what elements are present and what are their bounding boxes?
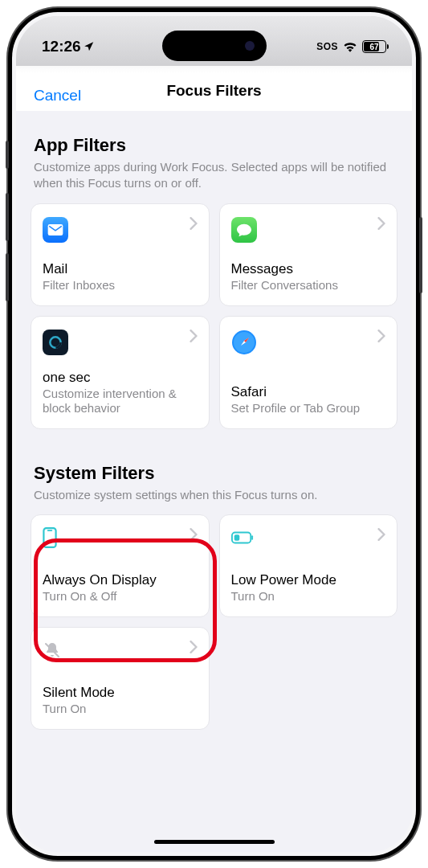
svg-rect-8: [234, 534, 239, 540]
filter-card-onesec[interactable]: one sec Customize intervention & block b…: [31, 316, 210, 429]
card-title: Low Power Mode: [231, 572, 386, 588]
mail-icon: [43, 217, 68, 243]
chevron-right-icon: [377, 330, 385, 346]
filter-card-low-power-mode[interactable]: Low Power Mode Turn On: [219, 514, 398, 617]
card-subtitle: Filter Inboxes: [43, 278, 198, 293]
card-subtitle: Set Profile or Tab Group: [231, 401, 386, 416]
card-title: Messages: [231, 261, 386, 277]
chevron-right-icon: [377, 217, 385, 233]
phone-icon: [43, 528, 65, 547]
card-subtitle: Filter Conversations: [231, 278, 386, 293]
system-filters-section: System Filters Customize system settings…: [31, 463, 397, 730]
chevron-right-icon: [190, 641, 198, 657]
system-filters-desc: Customize system settings when this Focu…: [31, 484, 397, 514]
battery-icon: [231, 528, 254, 547]
card-title: one sec: [43, 370, 198, 386]
svg-rect-9: [251, 535, 253, 540]
content: App Filters Customize apps during Work F…: [16, 135, 412, 852]
app-filters-desc: Customize apps during Work Focus. Select…: [31, 156, 397, 203]
onesec-icon: [43, 330, 68, 355]
status-time: 12:26: [42, 38, 81, 55]
chevron-right-icon: [190, 330, 198, 346]
location-icon: [84, 41, 95, 52]
phone-frame: 12:26 SOS 67 Cancel: [8, 8, 420, 860]
battery-indicator: 67: [362, 40, 386, 53]
wifi-icon: [343, 41, 357, 52]
filter-card-mail[interactable]: Mail Filter Inboxes: [31, 203, 210, 306]
card-subtitle: Turn On & Off: [43, 589, 198, 604]
chevron-right-icon: [190, 217, 198, 233]
mute-switch: [6, 141, 9, 169]
sos-indicator: SOS: [316, 41, 338, 52]
page-title: Focus Filters: [31, 82, 397, 100]
card-title: Mail: [43, 261, 198, 277]
screen: 12:26 SOS 67 Cancel: [16, 16, 412, 852]
svg-rect-6: [47, 530, 53, 531]
card-subtitle: Turn On: [231, 589, 386, 604]
card-title: Silent Mode: [43, 685, 198, 701]
filter-card-always-on-display[interactable]: Always On Display Turn On & Off: [31, 514, 210, 617]
card-subtitle: Turn On: [43, 702, 198, 716]
system-filters-title: System Filters: [31, 463, 397, 484]
home-indicator[interactable]: [154, 840, 275, 844]
filter-card-silent-mode[interactable]: Silent Mode Turn On: [31, 627, 210, 730]
volume-down-button: [6, 253, 9, 301]
app-filters-title: App Filters: [31, 135, 397, 156]
power-button: [419, 217, 422, 293]
card-title: Always On Display: [43, 572, 198, 588]
filter-card-messages[interactable]: Messages Filter Conversations: [219, 203, 398, 306]
filter-card-safari[interactable]: Safari Set Profile or Tab Group: [219, 316, 398, 429]
chevron-right-icon: [190, 528, 198, 544]
volume-up-button: [6, 193, 9, 241]
cancel-button[interactable]: Cancel: [34, 87, 81, 104]
app-filters-section: App Filters Customize apps during Work F…: [31, 135, 397, 429]
bell-slash-icon: [43, 641, 65, 660]
card-title: Safari: [231, 384, 386, 400]
card-subtitle: Customize intervention & block behavior: [43, 387, 198, 416]
dynamic-island: [162, 31, 267, 61]
chevron-right-icon: [377, 528, 385, 544]
safari-icon: [231, 330, 257, 355]
messages-icon: [231, 217, 257, 243]
